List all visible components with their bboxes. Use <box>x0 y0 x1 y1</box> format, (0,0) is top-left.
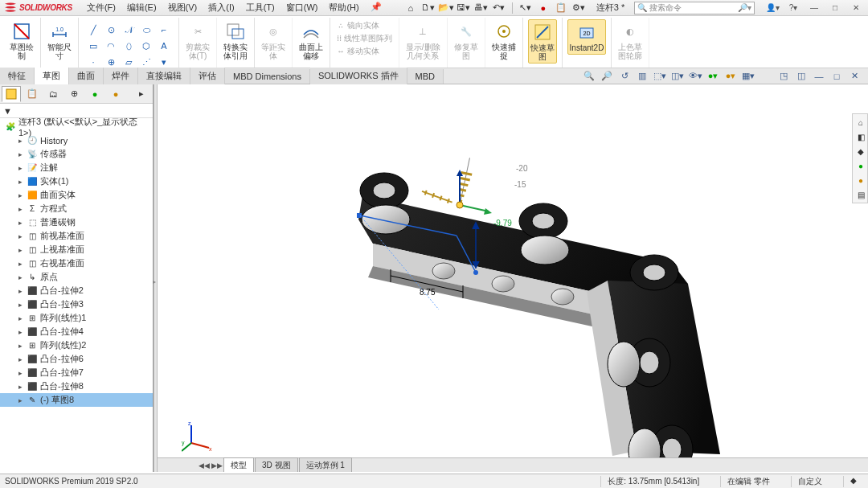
tree-item-5[interactable]: ▸Σ方程式 <box>0 202 153 215</box>
tree-twisty-icon[interactable]: ▸ <box>16 246 24 254</box>
command-search[interactable]: 🔍 搜索命令 🔎▾ <box>634 2 755 14</box>
tree-item-15[interactable]: ▸⊞阵列(线性)2 <box>0 338 153 352</box>
tab-sketch[interactable]: 草图 <box>35 68 69 85</box>
tree-item-4[interactable]: ▸🟧曲面实体 <box>0 188 153 202</box>
tab-scroll-left-icon[interactable]: ◀◀ <box>198 461 211 470</box>
tree-item-12[interactable]: ▸⬛凸台-拉伸3 <box>0 297 153 311</box>
text-tool-icon[interactable]: A <box>156 39 172 53</box>
tree-item-16[interactable]: ▸⬛凸台-拉伸6 <box>0 352 153 366</box>
property-tab-icon[interactable]: 📋 <box>23 86 42 102</box>
shaded-contour-button[interactable]: ◐上色草 图轮廓 <box>616 19 644 62</box>
menu-view[interactable]: 视图(V) <box>163 0 203 15</box>
tree-item-9[interactable]: ▸◫右视基准面 <box>0 256 153 270</box>
mdi-min-icon[interactable]: — <box>812 70 826 83</box>
appearance-tab-icon[interactable]: ● <box>106 86 125 102</box>
zoom-area-icon[interactable]: 🔎 <box>600 70 614 83</box>
tree-item-14[interactable]: ▸⬛凸台-拉伸4 <box>0 325 153 338</box>
move-button[interactable]: ↔ 移动实体 <box>335 45 381 58</box>
apply-scene-icon[interactable]: ●▾ <box>723 70 738 83</box>
display-tab-icon[interactable]: ● <box>85 86 104 102</box>
menu-tools[interactable]: 工具(T) <box>241 0 280 15</box>
tree-item-2[interactable]: ▸📝注解 <box>0 161 153 174</box>
tree-twisty-icon[interactable]: ▸ <box>16 287 24 295</box>
qa-open-icon[interactable]: 📂▾ <box>438 1 454 15</box>
menu-insert[interactable]: 插入(I) <box>203 0 239 15</box>
tree-twisty-icon[interactable]: ▸ <box>16 150 24 158</box>
exit-sketch-button[interactable]: 草图绘 制 <box>8 19 35 62</box>
qa-options-icon[interactable]: 📋 <box>553 1 569 15</box>
tree-twisty-icon[interactable]: ▸ <box>16 396 24 404</box>
model-tab[interactable]: 模型 <box>223 457 254 472</box>
decals-icon[interactable]: ▤ <box>854 188 867 201</box>
mdi-cascade-icon[interactable]: ◳ <box>776 70 791 83</box>
close-icon[interactable]: ✕ <box>847 2 865 14</box>
view-orient-icon[interactable]: ⬚▾ <box>653 70 667 83</box>
status-custom[interactable]: 自定义 <box>791 476 829 487</box>
tree-item-8[interactable]: ▸◫上视基准面 <box>0 243 153 256</box>
slot-tool-icon[interactable]: ⬭ <box>138 23 154 37</box>
user-icon[interactable]: 👤▾ <box>764 2 781 14</box>
offset-entities-button[interactable]: ◎等距实 体 <box>260 19 287 62</box>
convert-button[interactable]: 转换实 体引用 <box>222 19 249 62</box>
menu-help[interactable]: 帮助(H) <box>324 0 363 15</box>
view-normal-icon[interactable]: ◆ <box>854 145 867 158</box>
home-view-icon[interactable]: ⌂ <box>854 116 867 129</box>
menu-pin-icon[interactable]: 📌 <box>366 0 387 15</box>
mdi-max-icon[interactable]: □ <box>829 70 844 83</box>
tree-twisty-icon[interactable]: ▸ <box>16 232 24 240</box>
offset-surface-button[interactable]: 曲面上 偏移 <box>297 19 325 62</box>
tree-twisty-icon[interactable]: ▸ <box>16 314 24 322</box>
tree-filter[interactable]: ▼ <box>0 104 153 118</box>
qa-print-icon[interactable]: 🖶▾ <box>473 1 489 15</box>
menu-file[interactable]: 文件(F) <box>82 0 121 15</box>
edit-appearance-icon[interactable]: ●▾ <box>706 70 720 83</box>
tab-features[interactable]: 特征 <box>0 68 35 84</box>
tree-item-18[interactable]: ▸⬛凸台-拉伸8 <box>0 379 153 393</box>
motion-study-tab[interactable]: 运动算例 1 <box>299 457 352 472</box>
tab-direct-edit[interactable]: 直接编辑 <box>138 68 190 84</box>
dimxpert-tab-icon[interactable]: ⊕ <box>64 86 84 102</box>
tree-twisty-icon[interactable]: ▸ <box>16 164 24 172</box>
tree-item-1[interactable]: ▸📡传感器 <box>0 147 153 161</box>
section-view-icon[interactable]: ▥ <box>635 70 649 83</box>
tree-twisty-icon[interactable]: ▸ <box>16 355 24 363</box>
arc-tool-icon[interactable]: ◠ <box>103 39 119 53</box>
tree-item-10[interactable]: ▸↳原点 <box>0 270 153 284</box>
mirror-button[interactable]: ⛬ 镜向实体 <box>335 19 381 32</box>
linear-pattern-button[interactable]: ⁞⁞ 线性草图阵列 <box>335 32 394 45</box>
qa-undo-icon[interactable]: ↶▾ <box>491 1 507 15</box>
qa-select-icon[interactable]: ↖▾ <box>518 1 534 15</box>
repair-button[interactable]: 🔧修复草 图 <box>452 19 480 62</box>
smart-dimension-button[interactable]: 1.0 智能尺 寸 <box>46 19 73 62</box>
tree-item-13[interactable]: ▸⊞阵列(线性)1 <box>0 311 153 325</box>
rect-tool-icon[interactable]: ▭ <box>85 39 101 53</box>
tree-item-11[interactable]: ▸⬛凸台-拉伸2 <box>0 284 153 297</box>
tree-twisty-icon[interactable]: ▸ <box>16 328 24 336</box>
prev-view-icon[interactable]: ↺ <box>617 70 632 83</box>
qa-home-icon[interactable]: ⌂ <box>403 1 419 15</box>
tree-twisty-icon[interactable]: ▸ <box>16 178 24 186</box>
help-icon[interactable]: ?▾ <box>784 2 802 14</box>
maximize-icon[interactable]: □ <box>826 2 844 14</box>
tree-twisty-icon[interactable]: ▸ <box>16 342 24 350</box>
tab-scroll-right-icon[interactable]: ▶▶ <box>211 461 223 470</box>
tree-item-19[interactable]: ▸✎(-) 草图8 <box>0 393 153 407</box>
tree-item-17[interactable]: ▸⬛凸台-拉伸7 <box>0 366 153 379</box>
config-tab-icon[interactable]: 🗂 <box>43 86 63 102</box>
qa-settings-icon[interactable]: ⚙▾ <box>571 1 587 15</box>
ellipse-tool-icon[interactable]: ⬯ <box>121 39 137 53</box>
tree-twisty-icon[interactable]: ▸ <box>16 260 24 268</box>
appearance-flyout-icon[interactable]: ● <box>854 159 867 172</box>
menu-edit[interactable]: 编辑(E) <box>122 0 162 15</box>
tree-twisty-icon[interactable]: ▸ <box>16 219 24 227</box>
tree-item-6[interactable]: ▸⬚普通碳钢 <box>0 215 153 229</box>
instant2d-button[interactable]: 2DInstant2D <box>567 19 607 55</box>
hide-show-icon[interactable]: 👁▾ <box>688 70 702 83</box>
tab-addins[interactable]: SOLIDWORKS 插件 <box>310 68 407 84</box>
quick-snap-button[interactable]: 快速捕 捉 <box>490 19 518 62</box>
view-cube-icon[interactable]: ◧ <box>854 130 867 143</box>
3d-view-tab[interactable]: 3D 视图 <box>255 457 298 472</box>
feature-tree-tab-icon[interactable] <box>2 86 21 102</box>
minimize-icon[interactable]: — <box>805 2 823 14</box>
mdi-tile-icon[interactable]: ◫ <box>794 70 809 83</box>
